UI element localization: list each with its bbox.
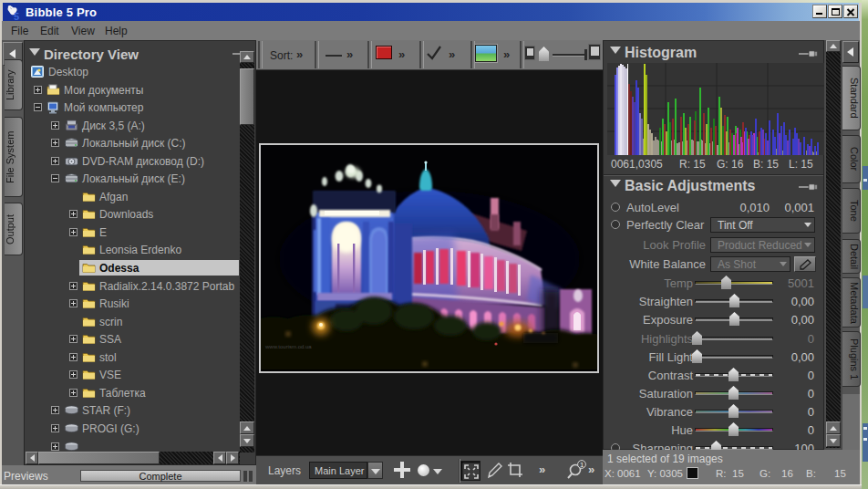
- svg-text:5: 5: [14, 11, 19, 22]
- svg-text:www.tourism.od.ua: www.tourism.od.ua: [264, 344, 312, 349]
- svg-text:1: 1: [580, 461, 584, 469]
